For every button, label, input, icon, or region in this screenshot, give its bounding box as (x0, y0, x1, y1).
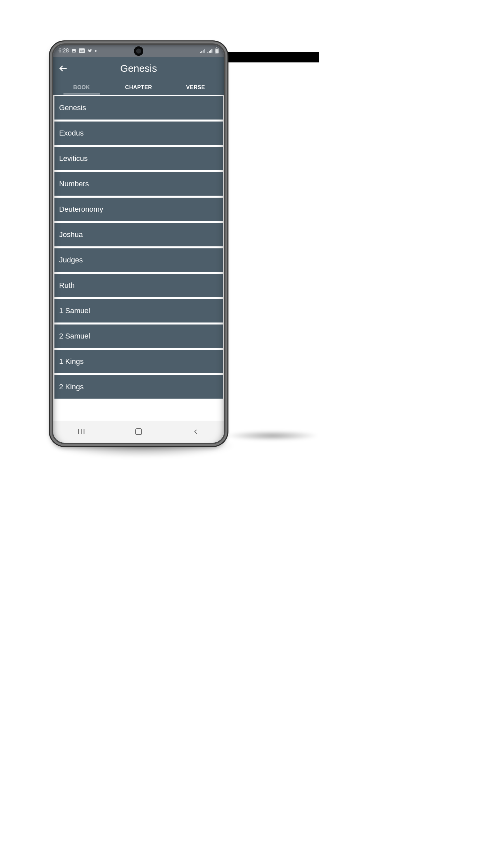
book-label: Exodus (59, 129, 84, 137)
list-item[interactable]: Ruth (54, 274, 223, 297)
tab-book[interactable]: BOOK (53, 81, 110, 94)
book-label: 1 Kings (59, 357, 84, 366)
book-label: Leviticus (59, 154, 88, 163)
book-label: 2 Kings (59, 383, 84, 391)
battery-icon (215, 48, 219, 53)
page-title: Genesis (70, 63, 221, 74)
nav-back-button[interactable] (181, 425, 211, 438)
book-list[interactable]: Genesis Exodus Leviticus Numbers Deutero… (53, 95, 224, 423)
nav-recents-button[interactable]: III (66, 425, 97, 438)
list-item[interactable]: 2 Samuel (54, 325, 223, 348)
list-item[interactable]: Exodus (54, 121, 223, 145)
tab-label: CHAPTER (125, 85, 152, 90)
app-header: Genesis (53, 57, 224, 80)
book-label: Joshua (59, 230, 83, 239)
list-item[interactable]: Joshua (54, 223, 223, 246)
device-cable (225, 52, 319, 63)
back-button[interactable] (56, 62, 70, 75)
signal-2-icon (207, 49, 213, 53)
list-item[interactable]: 1 Kings (54, 350, 223, 373)
status-more-dot (95, 50, 97, 52)
camera-punch-hole (134, 46, 143, 56)
image-icon (71, 48, 77, 53)
twitter-icon (87, 48, 93, 53)
phone-frame: 6:28 GO Genesis BOOK CHAPTER VERSE Gen (52, 43, 225, 444)
book-label: Numbers (59, 180, 89, 188)
book-label: 2 Samuel (59, 332, 90, 340)
book-label: Judges (59, 256, 83, 264)
list-item[interactable]: 2 Kings (54, 375, 223, 399)
book-label: Genesis (59, 104, 86, 112)
tab-chapter[interactable]: CHAPTER (110, 81, 167, 94)
tab-bar: BOOK CHAPTER VERSE (53, 80, 224, 95)
status-time: 6:28 (58, 48, 69, 54)
tab-label: BOOK (73, 85, 90, 90)
recents-icon: III (77, 427, 85, 436)
device-cable-shadow (225, 431, 319, 441)
system-nav-bar: III (53, 421, 224, 443)
chevron-left-icon (193, 428, 199, 435)
book-label: Ruth (59, 281, 74, 290)
arrow-left-icon (58, 64, 68, 73)
list-item[interactable]: Genesis (54, 96, 223, 120)
list-item[interactable]: Numbers (54, 172, 223, 196)
nav-home-button[interactable] (124, 425, 154, 438)
tab-verse[interactable]: VERSE (167, 81, 224, 94)
list-item[interactable]: Deuteronomy (54, 198, 223, 221)
book-label: Deuteronomy (59, 205, 103, 213)
book-label: 1 Samuel (59, 306, 90, 315)
news-icon: GO (79, 48, 85, 53)
tab-label: VERSE (186, 85, 205, 90)
list-item[interactable]: Judges (54, 248, 223, 272)
home-icon (135, 428, 142, 435)
list-item[interactable]: 1 Samuel (54, 299, 223, 323)
list-item[interactable]: Leviticus (54, 147, 223, 170)
signal-1-icon (200, 49, 205, 53)
